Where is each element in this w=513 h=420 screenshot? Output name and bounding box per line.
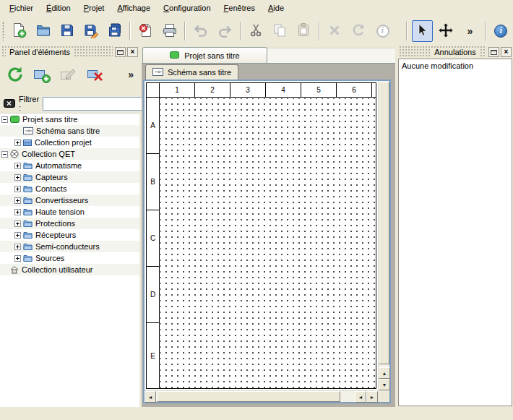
tree-item-recepteurs[interactable]: Récepteurs xyxy=(0,229,139,241)
scroll-left-button[interactable]: ◄ xyxy=(355,391,366,403)
tab-schema-sans-titre[interactable]: Schéma sans titre xyxy=(145,64,238,80)
float-dock-button[interactable] xyxy=(488,47,499,57)
new-document-button[interactable] xyxy=(9,20,30,42)
expand-expander-icon[interactable] xyxy=(14,244,21,250)
toolbar-overflow-button[interactable]: » xyxy=(460,20,480,42)
scroll-down-button[interactable]: ▼ xyxy=(379,379,390,390)
reload-collections-button[interactable] xyxy=(3,64,27,87)
diagram-tab-label: Schéma sans titre xyxy=(168,68,231,77)
close-file-icon xyxy=(138,22,154,40)
save-all-icon xyxy=(107,22,123,40)
expand-expander-icon[interactable] xyxy=(14,209,21,215)
collapse-expander-icon[interactable] xyxy=(1,116,8,123)
delete-button[interactable] xyxy=(324,20,345,42)
schema-canvas[interactable]: 1 2 3 4 5 6 A B C D xyxy=(146,82,376,389)
delete-x-icon xyxy=(327,22,342,40)
tree-item-label: Protections xyxy=(35,219,75,228)
close-dock-button[interactable]: × xyxy=(127,47,138,57)
tree-item-label: Schéma sans titre xyxy=(35,127,100,135)
save-button[interactable] xyxy=(56,20,77,42)
folder-icon xyxy=(23,173,33,181)
rotate-button[interactable] xyxy=(348,20,369,42)
tree-item-collection-utilisateur[interactable]: Collection utilisateur xyxy=(0,264,139,275)
scroll-left-button[interactable]: ◄ xyxy=(145,391,156,403)
tree-item-semi-conducteurs[interactable]: Semi-conducteurs xyxy=(0,241,139,252)
expand-expander-icon[interactable] xyxy=(14,174,21,181)
print-button[interactable] xyxy=(159,20,180,42)
cut-button[interactable] xyxy=(246,20,267,42)
expand-expander-icon[interactable] xyxy=(14,186,21,192)
selection-mode-button[interactable] xyxy=(412,20,433,42)
project-tabbar: Projet sans titre xyxy=(142,46,395,63)
expand-expander-icon[interactable] xyxy=(14,232,21,239)
tree-item-sources[interactable]: Sources xyxy=(0,252,139,264)
info-button[interactable]: i xyxy=(372,20,393,42)
tree-item-collection-projet[interactable]: Collection projet xyxy=(0,137,139,148)
undo-dock-header: Annulations × xyxy=(399,46,512,58)
tree-item-collection-qet[interactable]: Collection QET xyxy=(0,148,139,160)
folder-icon xyxy=(23,254,33,262)
tab-projet-sans-titre[interactable]: Projet sans titre xyxy=(142,47,267,63)
expand-expander-icon[interactable] xyxy=(14,220,21,227)
tree-item-label: Semi-conducteurs xyxy=(35,242,100,251)
tree-item-protections[interactable]: Protections xyxy=(0,218,139,229)
save-all-button[interactable] xyxy=(104,20,125,42)
elements-overflow-button[interactable]: » xyxy=(128,69,134,80)
toolbar-grip[interactable] xyxy=(2,22,4,40)
expand-expander-icon[interactable] xyxy=(14,197,21,204)
tree-item-capteurs[interactable]: Capteurs xyxy=(0,171,139,183)
float-dock-button[interactable] xyxy=(115,47,126,57)
app-window: Fichier Édition Projet Affichage Configu… xyxy=(0,0,513,420)
tree-item-haute-tension[interactable]: Haute tension xyxy=(0,206,139,218)
collapse-expander-icon[interactable] xyxy=(1,151,8,158)
delete-element-button[interactable] xyxy=(83,64,107,87)
scroll-right-button[interactable]: ► xyxy=(366,391,378,403)
new-element-button[interactable] xyxy=(30,64,53,87)
menu-aide[interactable]: Aide xyxy=(262,0,290,17)
undo-dock-title: Annulations xyxy=(431,48,480,56)
tree-item-schema-sans-titre[interactable]: Schéma sans titre xyxy=(0,125,139,137)
tree-item-projet-sans-titre[interactable]: Projet sans titre xyxy=(0,113,139,125)
vertical-scrollbar[interactable]: ▲ ▼ xyxy=(378,81,389,390)
new-element-icon xyxy=(33,65,51,85)
expand-expander-icon[interactable] xyxy=(14,255,21,262)
undo-list[interactable]: Aucune modification xyxy=(398,59,512,406)
save-as-button[interactable] xyxy=(80,20,101,42)
diagram-view[interactable]: 1 2 3 4 5 6 A B C D xyxy=(145,81,378,390)
menu-fichier[interactable]: Fichier xyxy=(3,0,40,17)
tree-item-automatisme[interactable]: Automatisme xyxy=(0,160,139,171)
schema-grid[interactable] xyxy=(160,98,376,388)
filter-input[interactable] xyxy=(43,97,151,111)
float-icon xyxy=(117,49,124,55)
scroll-up-button[interactable]: ▲ xyxy=(379,367,390,379)
close-dock-button[interactable]: × xyxy=(501,47,512,57)
menu-edition[interactable]: Édition xyxy=(40,0,77,17)
undo-list-item[interactable]: Aucune modification xyxy=(399,59,512,72)
tree-item-convertisseurs[interactable]: Convertisseurs xyxy=(0,194,139,206)
edit-element-button[interactable] xyxy=(56,64,80,87)
paste-button[interactable] xyxy=(293,20,314,42)
menu-fenetres[interactable]: Fenêtres xyxy=(217,0,262,17)
undo-button[interactable] xyxy=(190,20,211,42)
pan-mode-button[interactable] xyxy=(436,20,457,42)
horizontal-scrollbar-thumb[interactable] xyxy=(157,391,340,402)
close-file-button[interactable] xyxy=(135,20,156,42)
open-document-button[interactable] xyxy=(33,20,53,42)
tree-item-label: Convertisseurs xyxy=(35,196,88,205)
vertical-scrollbar-buttons: ▲ ▼ xyxy=(379,367,389,390)
about-info-button[interactable]: i xyxy=(491,20,512,42)
menu-projet[interactable]: Projet xyxy=(77,0,111,17)
elements-dock: Panel d'éléments × » xyxy=(0,46,139,407)
horizontal-scrollbar[interactable]: ◄ ◄ ► xyxy=(145,390,378,402)
expand-expander-icon[interactable] xyxy=(14,163,21,169)
menu-configuration[interactable]: Configuration xyxy=(157,0,217,17)
undo-dock-buttons: × xyxy=(486,46,512,58)
vertical-scrollbar-thumb[interactable] xyxy=(379,82,389,364)
tree-item-contacts[interactable]: Contacts xyxy=(0,183,139,194)
diagram-window: 1 2 3 4 5 6 A B C D xyxy=(143,80,391,403)
clear-filter-button[interactable] xyxy=(4,98,15,109)
expand-expander-icon[interactable] xyxy=(14,140,21,146)
copy-button[interactable] xyxy=(270,20,290,42)
redo-button[interactable] xyxy=(215,20,236,42)
menu-affichage[interactable]: Affichage xyxy=(111,0,157,17)
